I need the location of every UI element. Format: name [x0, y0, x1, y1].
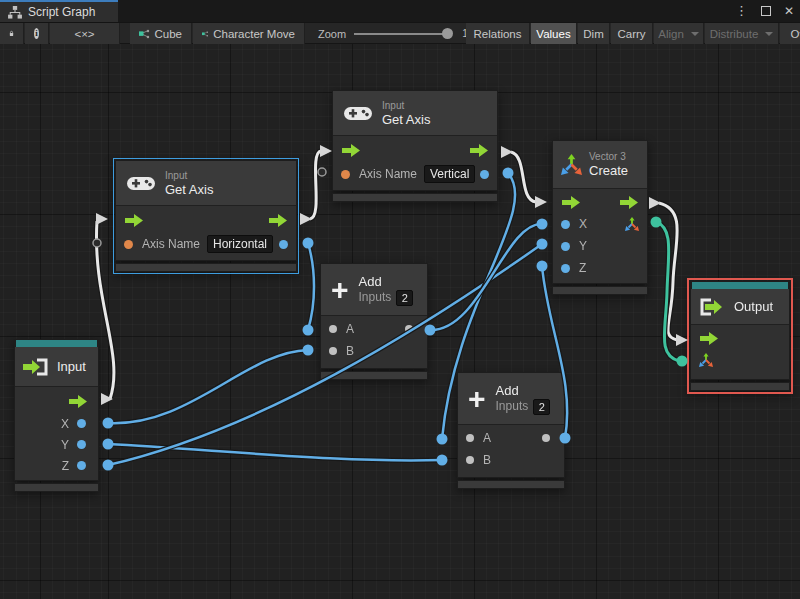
node-footer: [690, 382, 790, 391]
node-category: Input: [382, 99, 430, 112]
distribute-dropdown[interactable]: Distribute: [705, 23, 779, 44]
axis-name-field[interactable]: Vertical: [424, 165, 475, 183]
tab-script-graph[interactable]: Script Graph: [0, 0, 118, 22]
chevron-down-icon: [691, 32, 699, 36]
node-title: Add: [359, 274, 414, 290]
dim-toggle[interactable]: Dim: [578, 23, 610, 44]
node-get-axis-horizontal[interactable]: Input Get Axis Axis Name Horizontal: [115, 160, 297, 272]
lock-button[interactable]: [0, 23, 24, 44]
node-title: Add: [496, 383, 551, 399]
port-label: Z: [579, 261, 586, 275]
node-title: Input: [57, 359, 86, 375]
flow-in-port[interactable]: [124, 214, 144, 227]
code-view-label: <×>: [74, 28, 94, 40]
script-graph-window: Script Graph ⋮ ✕ i <×> Cube Character Mo…: [0, 0, 800, 599]
node-footer: [320, 371, 428, 380]
info-button[interactable]: i: [25, 23, 49, 44]
node-footer: [457, 480, 565, 489]
values-toggle[interactable]: Values: [531, 23, 577, 44]
code-view-button[interactable]: <×>: [50, 23, 120, 44]
port-label: X: [579, 217, 587, 231]
value-in-port-b[interactable]: [466, 456, 474, 464]
value-out-port[interactable]: [405, 325, 413, 333]
node-footer: [552, 286, 648, 295]
float-out-port-z[interactable]: [77, 461, 86, 470]
port-label: B: [346, 344, 354, 358]
port-label: A: [346, 322, 354, 336]
port-label: Axis Name: [142, 237, 200, 251]
port-label: X: [61, 417, 69, 431]
vector3-icon: [561, 154, 582, 175]
flow-out-port[interactable]: [619, 196, 639, 209]
flow-out-port[interactable]: [68, 395, 88, 408]
flow-out-port[interactable]: [469, 144, 489, 157]
node-graph-input[interactable]: Input X Y Z: [14, 339, 99, 492]
info-icon: i: [34, 28, 39, 39]
flow-in-port[interactable]: [699, 332, 719, 345]
node-add-2[interactable]: + Add Inputs 2 A: [457, 372, 565, 489]
overview-button[interactable]: Overview: [780, 23, 800, 44]
zoom-label: Zoom: [318, 28, 346, 40]
port-label: B: [483, 453, 491, 467]
plus-icon: +: [331, 277, 349, 303]
zoom-slider[interactable]: [354, 23, 454, 44]
flow-in-port[interactable]: [561, 196, 581, 209]
float-out-port[interactable]: [480, 170, 489, 179]
value-out-port[interactable]: [542, 434, 550, 442]
float-out-port-y[interactable]: [77, 440, 86, 449]
node-vector3-create[interactable]: Vector 3 Create X: [552, 140, 648, 295]
relations-toggle[interactable]: Relations: [466, 23, 530, 44]
flow-in-port[interactable]: [341, 144, 361, 157]
inputs-count-field[interactable]: 2: [396, 290, 413, 306]
node-title: Output: [734, 299, 773, 315]
align-dropdown[interactable]: Align: [654, 23, 704, 44]
node-title: Create: [589, 163, 628, 179]
value-in-port-a[interactable]: [466, 434, 474, 442]
close-icon[interactable]: ✕: [784, 0, 794, 22]
port-label: Axis Name: [359, 167, 417, 181]
float-in-port-y[interactable]: [561, 242, 570, 251]
port-label: Y: [579, 239, 587, 253]
menu-kebab-icon[interactable]: ⋮: [735, 0, 748, 22]
node-graph-output[interactable]: Output: [690, 281, 790, 391]
zoom-control: Zoom 1x: [318, 23, 473, 44]
inputs-label: Inputs: [496, 400, 529, 413]
node-footer: [115, 263, 297, 272]
maximize-icon[interactable]: [761, 6, 771, 16]
string-port[interactable]: [341, 170, 350, 179]
inputs-count-field[interactable]: 2: [533, 399, 550, 415]
flow-out-port[interactable]: [268, 214, 288, 227]
vector3-out-port[interactable]: [625, 217, 639, 231]
float-out-port-x[interactable]: [77, 419, 86, 428]
inputs-label: Inputs: [359, 291, 392, 304]
float-in-port-x[interactable]: [561, 220, 570, 229]
unit-port-titlebar: [691, 281, 789, 289]
node-get-axis-vertical[interactable]: Input Get Axis Axis Name Vertical: [332, 90, 498, 202]
carry-toggle[interactable]: Carry: [611, 23, 653, 44]
title-bar: Script Graph ⋮ ✕: [0, 0, 800, 22]
node-title: Get Axis: [165, 182, 213, 198]
axis-name-field[interactable]: Horizontal: [207, 235, 273, 253]
float-out-port[interactable]: [279, 240, 288, 249]
string-port[interactable]: [124, 240, 133, 249]
node-category: Vector 3: [589, 150, 628, 163]
lock-icon: [9, 27, 14, 40]
input-bracket-icon: [23, 358, 49, 376]
graph-breadcrumb-character-move[interactable]: Character Move: [193, 23, 305, 44]
vector3-in-port[interactable]: [699, 353, 713, 367]
graph-canvas[interactable]: Input Get Axis Axis Name Vertical: [0, 44, 800, 599]
plus-icon: +: [468, 386, 486, 412]
tab-title: Script Graph: [28, 5, 95, 19]
node-add-1[interactable]: + Add Inputs 2 A: [320, 263, 428, 380]
gamepad-icon: [343, 103, 373, 123]
unit-port-titlebar: [15, 339, 98, 347]
graph-label: Cube: [155, 28, 183, 40]
zoom-slider-handle[interactable]: [442, 28, 453, 39]
float-in-port-z[interactable]: [561, 264, 570, 273]
node-title: Get Axis: [382, 112, 430, 128]
node-category: Input: [165, 169, 213, 182]
graph-breadcrumb-cube[interactable]: Cube: [130, 23, 192, 44]
value-in-port-a[interactable]: [329, 325, 337, 333]
value-in-port-b[interactable]: [329, 347, 337, 355]
port-label: Y: [61, 438, 69, 452]
